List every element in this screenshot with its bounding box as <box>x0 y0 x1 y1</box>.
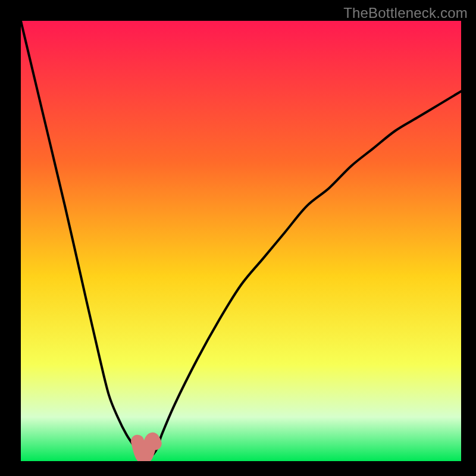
plot-area <box>21 21 461 461</box>
outer-frame: TheBottleneck.com <box>0 0 476 476</box>
gradient-background <box>21 21 461 461</box>
bottleneck-chart <box>21 21 461 461</box>
optimal-range-marker <box>137 439 155 457</box>
watermark-text: TheBottleneck.com <box>343 5 468 21</box>
